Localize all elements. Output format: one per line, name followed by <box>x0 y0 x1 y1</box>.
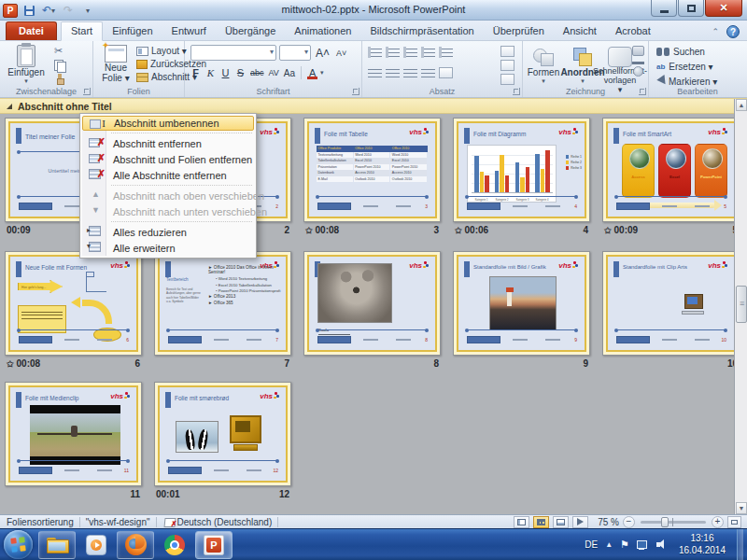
slide-sorter-view-button[interactable] <box>533 516 549 528</box>
section-collapse-arrow-icon[interactable] <box>7 104 12 109</box>
slide-thumbnail-3[interactable]: Folie mit Tabelle vhs Office ProdukteOff… <box>303 118 441 222</box>
align-left-icon[interactable] <box>368 67 382 78</box>
convert-to-smartart-icon[interactable] <box>500 74 514 85</box>
align-center-icon[interactable] <box>386 67 400 78</box>
section-header[interactable]: Abschnitt ohne Titel <box>0 98 747 114</box>
line-spacing-icon[interactable] <box>439 47 453 58</box>
underline-button[interactable]: U <box>218 65 233 80</box>
numbering-icon[interactable] <box>386 47 400 58</box>
strikethrough-button[interactable]: S <box>233 65 247 80</box>
replace-button[interactable]: abErsetzen ▾ <box>656 60 717 74</box>
shape-effects-icon[interactable] <box>633 66 643 77</box>
undo-button[interactable]: ↶▾ <box>40 3 57 19</box>
absatz-dialog-launcher[interactable] <box>513 88 520 95</box>
action-center-flag-icon[interactable]: ⚑ <box>620 539 629 551</box>
zoom-out-button[interactable]: − <box>623 516 635 528</box>
slide-thumbnail-9[interactable]: Standardfolie mit Bild / Grafik vhs 9 <box>453 251 590 356</box>
slide-thumbnail-7[interactable]: vhs Textbereich Bereich für Text und Auf… <box>154 251 291 356</box>
tab-einfuegen[interactable]: Einfügen <box>103 22 162 40</box>
redo-button[interactable]: ↷ <box>60 3 77 19</box>
slide-thumbnail-11[interactable]: Folie mit Medienclip vhs 11 <box>5 382 142 486</box>
text-direction-icon[interactable] <box>500 46 514 57</box>
font-color-button[interactable]: A <box>305 65 319 80</box>
increase-font-icon[interactable]: A˄ <box>314 46 331 61</box>
volume-icon[interactable] <box>656 539 668 550</box>
shape-outline-icon[interactable] <box>632 62 644 64</box>
menu-item-abschnitt-umbenennen[interactable]: I Abschnitt umbenennen <box>82 116 254 131</box>
zoom-slider[interactable] <box>641 521 706 524</box>
powerpoint-app-icon[interactable]: P <box>3 4 18 18</box>
fit-to-window-button[interactable] <box>727 516 741 528</box>
menu-item-alle-abschnitte-entfernen[interactable]: ✗ Alle Abschnitte entfernen <box>82 167 254 183</box>
tab-start[interactable]: Start <box>61 21 103 41</box>
zoom-in-button[interactable]: + <box>712 516 724 528</box>
start-button[interactable] <box>4 530 33 559</box>
tab-uebergaenge[interactable]: Übergänge <box>216 22 285 40</box>
spellcheck-icon[interactable] <box>164 517 176 526</box>
language-label[interactable]: Deutsch (Deutschland) <box>177 517 273 527</box>
maximize-button[interactable] <box>678 0 704 17</box>
minimize-ribbon-icon[interactable]: ⌃ <box>712 27 719 36</box>
save-button[interactable] <box>21 3 37 19</box>
slide-thumbnail-4[interactable]: Folie mit Diagramm vhs Kategorie 1Katego… <box>453 118 590 222</box>
minimize-button[interactable] <box>651 0 677 17</box>
menu-item-abschnitt-und-folien-entfernen[interactable]: ✗ Abschnitt und Folien entfernen <box>82 151 254 167</box>
tab-bildschirmpraesentation[interactable]: Bildschirmpräsentation <box>360 22 483 40</box>
taskbar-powerpoint-button[interactable]: P <box>195 531 233 559</box>
language-indicator[interactable]: DE <box>585 539 598 550</box>
shapes-button[interactable]: Formen▾ <box>525 47 562 85</box>
slide-thumbnail-8[interactable]: vhs Koala 8 <box>303 251 441 356</box>
font-size-combo[interactable] <box>279 45 311 61</box>
menu-item-alle-erweitern[interactable]: ▾ Alle erweitern <box>82 240 254 256</box>
customize-qat-button[interactable]: ▾ <box>79 3 96 19</box>
shape-fill-icon[interactable] <box>632 46 644 56</box>
cut-icon[interactable]: ✂ <box>54 45 65 57</box>
zwischenablage-dialog-launcher[interactable] <box>83 88 91 95</box>
columns-icon[interactable] <box>439 67 453 78</box>
increase-indent-icon[interactable] <box>421 47 435 58</box>
change-case-button[interactable]: Aa <box>282 65 297 80</box>
tab-datei[interactable]: Datei <box>6 21 57 40</box>
tab-animationen[interactable]: Animationen <box>285 22 360 40</box>
hidden-icons-arrow-icon[interactable]: ▲ <box>605 540 613 549</box>
align-text-icon[interactable] <box>500 60 514 71</box>
help-icon[interactable]: ? <box>726 25 740 38</box>
taskbar-chrome-button[interactable] <box>156 531 193 559</box>
reading-view-button[interactable] <box>553 516 569 528</box>
scrollbar-thumb[interactable] <box>736 286 747 323</box>
character-spacing-button[interactable]: AV <box>267 65 281 80</box>
vertical-scrollbar[interactable]: ▲ ▼ <box>734 99 747 514</box>
taskbar-explorer-button[interactable] <box>38 531 76 559</box>
tab-ansicht[interactable]: Ansicht <box>554 22 606 40</box>
shadow-button[interactable]: abc <box>248 65 266 80</box>
show-desktop-button[interactable] <box>737 529 743 560</box>
bullets-icon[interactable] <box>368 47 382 58</box>
format-painter-icon[interactable] <box>54 74 65 85</box>
slide-thumbnail-5[interactable]: Folie mit SmartArt vhs Access Excel Powe… <box>602 118 740 222</box>
menu-item-alles-reduzieren[interactable]: ▸ Alles reduzieren <box>82 224 254 240</box>
zoom-level-label[interactable]: 75 % <box>598 517 619 527</box>
justify-icon[interactable] <box>421 67 435 78</box>
decrease-font-icon[interactable]: A˅ <box>334 46 348 61</box>
italic-button[interactable]: K <box>204 65 218 80</box>
decrease-indent-icon[interactable] <box>403 47 417 58</box>
slide-thumbnail-12[interactable]: Folie mit smørebrød vhs 12 <box>154 382 291 486</box>
tab-acrobat[interactable]: Acrobat <box>606 22 660 40</box>
copy-icon[interactable] <box>54 60 65 71</box>
bold-button[interactable]: F <box>189 65 203 80</box>
taskbar-clock[interactable]: 13:16 16.04.2014 <box>675 533 729 556</box>
font-name-combo[interactable] <box>190 45 276 61</box>
zoom-slider-thumb[interactable] <box>661 517 669 527</box>
slide-thumbnail-10[interactable]: Standardfolie mit Clip Arts vhs 10 <box>602 251 740 356</box>
tab-ueberpruefen[interactable]: Überprüfen <box>484 22 554 40</box>
slide-thumbnail-6[interactable]: Neue Folie mit Formen vhs Hier geht's la… <box>5 251 142 356</box>
menu-item-abschnitt-entfernen[interactable]: ✗ Abschnitt entfernen <box>82 135 254 151</box>
align-right-icon[interactable] <box>403 67 417 78</box>
tab-entwurf[interactable]: Entwurf <box>162 22 216 40</box>
scroll-up-icon[interactable]: ▲ <box>736 99 747 111</box>
new-slide-button[interactable]: Neue Folie ▾ <box>97 45 134 83</box>
find-button[interactable]: Suchen <box>656 45 717 59</box>
zeichnung-dialog-launcher[interactable] <box>639 88 646 95</box>
slideshow-view-button[interactable] <box>572 516 588 528</box>
schriftart-dialog-launcher[interactable] <box>352 88 359 95</box>
